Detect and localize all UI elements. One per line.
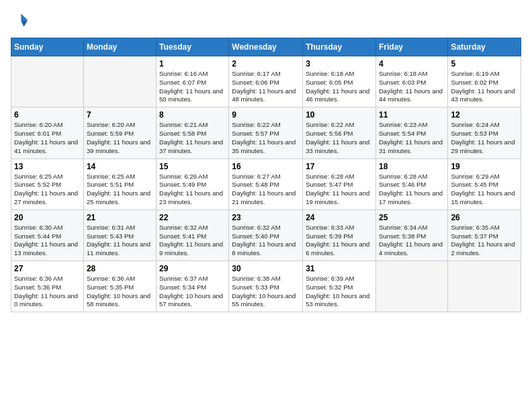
- day-info: Sunrise: 6:17 AM Sunset: 6:06 PM Dayligh…: [232, 70, 300, 104]
- logo-icon: [11, 11, 30, 30]
- calendar-cell: 14Sunrise: 6:25 AM Sunset: 5:51 PM Dayli…: [83, 158, 156, 210]
- weekday-header-row: SundayMondayTuesdayWednesdayThursdayFrid…: [11, 38, 521, 56]
- day-number: 23: [232, 213, 300, 222]
- day-number: 4: [379, 59, 445, 68]
- day-number: 3: [306, 59, 373, 68]
- calendar-cell: [11, 56, 84, 107]
- day-info: Sunrise: 6:24 AM Sunset: 5:53 PM Dayligh…: [451, 121, 518, 155]
- calendar-cell: 23Sunrise: 6:32 AM Sunset: 5:40 PM Dayli…: [229, 210, 303, 261]
- calendar-cell: 6Sunrise: 6:20 AM Sunset: 6:01 PM Daylig…: [11, 107, 84, 158]
- calendar-cell: 24Sunrise: 6:33 AM Sunset: 5:39 PM Dayli…: [303, 210, 376, 261]
- day-info: Sunrise: 6:29 AM Sunset: 5:45 PM Dayligh…: [451, 173, 518, 207]
- day-info: Sunrise: 6:32 AM Sunset: 5:40 PM Dayligh…: [232, 224, 300, 258]
- calendar-cell: 17Sunrise: 6:28 AM Sunset: 5:47 PM Dayli…: [303, 158, 376, 210]
- calendar-cell: [375, 261, 447, 312]
- day-info: Sunrise: 6:22 AM Sunset: 5:57 PM Dayligh…: [232, 121, 300, 155]
- day-info: Sunrise: 6:18 AM Sunset: 6:03 PM Dayligh…: [379, 70, 445, 104]
- calendar-cell: 1Sunrise: 6:16 AM Sunset: 6:07 PM Daylig…: [157, 56, 229, 107]
- calendar-cell: 19Sunrise: 6:29 AM Sunset: 5:45 PM Dayli…: [448, 158, 521, 210]
- day-info: Sunrise: 6:25 AM Sunset: 5:51 PM Dayligh…: [87, 173, 153, 207]
- day-info: Sunrise: 6:36 AM Sunset: 5:35 PM Dayligh…: [87, 275, 153, 309]
- svg-marker-1: [21, 20, 28, 27]
- day-number: 31: [306, 264, 373, 273]
- calendar-cell: 20Sunrise: 6:30 AM Sunset: 5:44 PM Dayli…: [11, 210, 84, 261]
- day-number: 17: [306, 162, 373, 171]
- day-number: 26: [451, 213, 518, 222]
- calendar-cell: 26Sunrise: 6:35 AM Sunset: 5:37 PM Dayli…: [448, 210, 521, 261]
- weekday-header: Friday: [375, 38, 447, 56]
- day-info: Sunrise: 6:25 AM Sunset: 5:52 PM Dayligh…: [14, 173, 81, 207]
- calendar-week-row: 27Sunrise: 6:36 AM Sunset: 5:36 PM Dayli…: [11, 261, 521, 312]
- calendar-cell: 9Sunrise: 6:22 AM Sunset: 5:57 PM Daylig…: [229, 107, 303, 158]
- day-info: Sunrise: 6:30 AM Sunset: 5:44 PM Dayligh…: [14, 224, 81, 258]
- day-number: 13: [14, 162, 81, 171]
- day-info: Sunrise: 6:34 AM Sunset: 5:38 PM Dayligh…: [379, 224, 445, 258]
- day-number: 5: [451, 59, 518, 68]
- day-number: 28: [87, 264, 153, 273]
- svg-marker-0: [21, 13, 28, 21]
- calendar-week-row: 1Sunrise: 6:16 AM Sunset: 6:07 PM Daylig…: [11, 56, 521, 107]
- calendar-cell: 25Sunrise: 6:34 AM Sunset: 5:38 PM Dayli…: [375, 210, 447, 261]
- day-info: Sunrise: 6:20 AM Sunset: 5:59 PM Dayligh…: [87, 121, 153, 155]
- day-number: 9: [232, 110, 300, 120]
- logo: [11, 11, 34, 30]
- day-number: 8: [159, 110, 226, 120]
- day-info: Sunrise: 6:33 AM Sunset: 5:39 PM Dayligh…: [306, 224, 373, 258]
- calendar-cell: 12Sunrise: 6:24 AM Sunset: 5:53 PM Dayli…: [448, 107, 521, 158]
- day-number: 24: [306, 213, 373, 222]
- calendar-cell: 21Sunrise: 6:31 AM Sunset: 5:43 PM Dayli…: [83, 210, 156, 261]
- calendar-cell: [83, 56, 156, 107]
- calendar-cell: 16Sunrise: 6:27 AM Sunset: 5:48 PM Dayli…: [229, 158, 303, 210]
- weekday-header: Tuesday: [157, 38, 229, 56]
- calendar-cell: 3Sunrise: 6:18 AM Sunset: 6:05 PM Daylig…: [303, 56, 376, 107]
- day-number: 7: [87, 110, 153, 120]
- day-info: Sunrise: 6:35 AM Sunset: 5:37 PM Dayligh…: [451, 224, 518, 258]
- day-number: 18: [379, 162, 445, 171]
- calendar-cell: 13Sunrise: 6:25 AM Sunset: 5:52 PM Dayli…: [11, 158, 84, 210]
- day-number: 25: [379, 213, 445, 222]
- calendar-week-row: 20Sunrise: 6:30 AM Sunset: 5:44 PM Dayli…: [11, 210, 521, 261]
- day-number: 20: [14, 213, 81, 222]
- day-info: Sunrise: 6:37 AM Sunset: 5:34 PM Dayligh…: [159, 275, 226, 309]
- day-number: 30: [232, 264, 300, 273]
- calendar-cell: 31Sunrise: 6:39 AM Sunset: 5:32 PM Dayli…: [303, 261, 376, 312]
- day-info: Sunrise: 6:31 AM Sunset: 5:43 PM Dayligh…: [87, 224, 153, 258]
- day-number: 6: [14, 110, 81, 120]
- day-info: Sunrise: 6:19 AM Sunset: 6:02 PM Dayligh…: [451, 70, 518, 104]
- calendar-week-row: 13Sunrise: 6:25 AM Sunset: 5:52 PM Dayli…: [11, 158, 521, 210]
- calendar-cell: [448, 261, 521, 312]
- day-number: 15: [159, 162, 226, 171]
- day-info: Sunrise: 6:21 AM Sunset: 5:58 PM Dayligh…: [159, 121, 226, 155]
- weekday-header: Thursday: [303, 38, 376, 56]
- day-info: Sunrise: 6:36 AM Sunset: 5:36 PM Dayligh…: [14, 275, 81, 309]
- day-info: Sunrise: 6:20 AM Sunset: 6:01 PM Dayligh…: [14, 121, 81, 155]
- day-info: Sunrise: 6:39 AM Sunset: 5:32 PM Dayligh…: [306, 275, 373, 309]
- calendar-cell: 4Sunrise: 6:18 AM Sunset: 6:03 PM Daylig…: [375, 56, 447, 107]
- day-number: 2: [232, 59, 300, 68]
- day-info: Sunrise: 6:18 AM Sunset: 6:05 PM Dayligh…: [306, 70, 373, 104]
- day-info: Sunrise: 6:27 AM Sunset: 5:48 PM Dayligh…: [232, 173, 300, 207]
- weekday-header: Saturday: [448, 38, 521, 56]
- calendar-cell: 11Sunrise: 6:23 AM Sunset: 5:54 PM Dayli…: [375, 107, 447, 158]
- day-info: Sunrise: 6:28 AM Sunset: 5:47 PM Dayligh…: [306, 173, 373, 207]
- day-number: 22: [159, 213, 226, 222]
- day-number: 11: [379, 110, 445, 120]
- calendar-table: SundayMondayTuesdayWednesdayThursdayFrid…: [11, 38, 521, 312]
- calendar-cell: 29Sunrise: 6:37 AM Sunset: 5:34 PM Dayli…: [157, 261, 229, 312]
- weekday-header: Sunday: [11, 38, 84, 56]
- day-number: 10: [306, 110, 373, 120]
- calendar-cell: 18Sunrise: 6:28 AM Sunset: 5:46 PM Dayli…: [375, 158, 447, 210]
- weekday-header: Monday: [83, 38, 156, 56]
- day-number: 16: [232, 162, 300, 171]
- day-info: Sunrise: 6:23 AM Sunset: 5:54 PM Dayligh…: [379, 121, 445, 155]
- day-number: 12: [451, 110, 518, 120]
- day-number: 14: [87, 162, 153, 171]
- day-info: Sunrise: 6:16 AM Sunset: 6:07 PM Dayligh…: [159, 70, 226, 104]
- calendar-week-row: 6Sunrise: 6:20 AM Sunset: 6:01 PM Daylig…: [11, 107, 521, 158]
- day-number: 21: [87, 213, 153, 222]
- calendar-cell: 7Sunrise: 6:20 AM Sunset: 5:59 PM Daylig…: [83, 107, 156, 158]
- day-number: 27: [14, 264, 81, 273]
- day-info: Sunrise: 6:32 AM Sunset: 5:41 PM Dayligh…: [159, 224, 226, 258]
- calendar-cell: 15Sunrise: 6:26 AM Sunset: 5:49 PM Dayli…: [157, 158, 229, 210]
- day-info: Sunrise: 6:26 AM Sunset: 5:49 PM Dayligh…: [159, 173, 226, 207]
